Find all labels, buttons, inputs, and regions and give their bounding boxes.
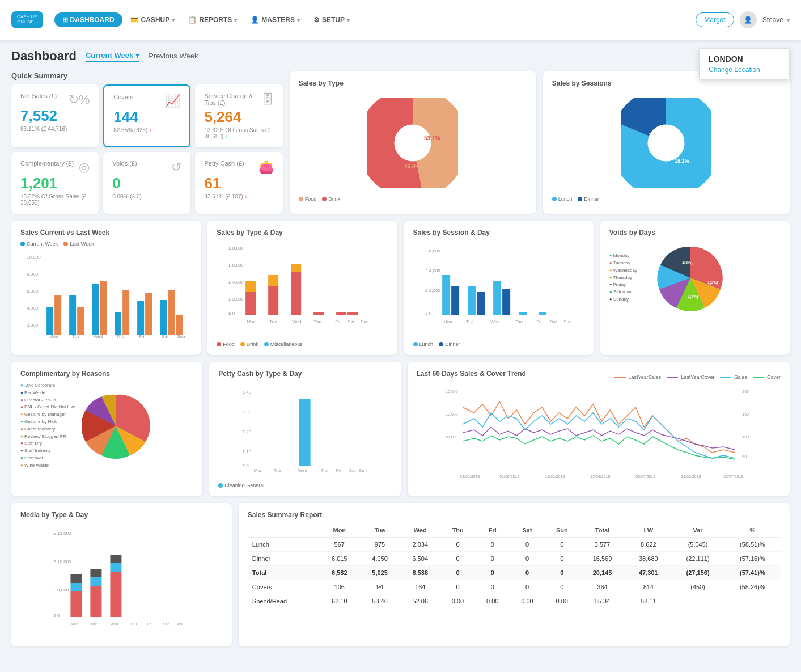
covers-trend: ↓ [149, 127, 152, 133]
svg-text:Wed: Wed [292, 319, 301, 324]
svg-rect-41 [268, 275, 278, 286]
svg-text:Mon: Mon [443, 319, 452, 324]
col-pct: % [724, 523, 781, 538]
svg-text:22/06/2018: 22/06/2018 [590, 475, 610, 479]
voids-card: Voids (£) ↺ 0 0.00% (£ 0) ↑ [103, 152, 190, 214]
svg-text:Tue: Tue [72, 334, 80, 339]
cashup-chevron: ▾ [172, 17, 175, 23]
col-thu: Thu [440, 523, 475, 538]
dashboard-nav-btn[interactable]: ⊞ DASHBOARD [54, 12, 122, 27]
reports-nav-item[interactable]: 📋 REPORTS ▾ [183, 12, 243, 27]
svg-text:Tue: Tue [90, 622, 97, 626]
svg-text:18.2%: 18.2% [675, 158, 689, 164]
svg-rect-59 [451, 286, 459, 315]
header-right: Margot 👤 Steave ▾ LONDON Change Location [696, 11, 790, 28]
session-day-legend: Lunch Dinner [413, 341, 584, 347]
svg-rect-14 [54, 295, 61, 335]
previous-week-tab[interactable]: Previous Week [149, 52, 198, 61]
voids-sub: 0.00% (£ 0) ↑ [112, 193, 181, 200]
complementary-sub: 13.62% Of Gross Sales (£ 38,653) ↑ [20, 193, 90, 206]
svg-text:Wed: Wed [298, 468, 307, 473]
svg-text:12/07/2018: 12/07/2018 [681, 475, 701, 479]
svg-text:£ 2,000: £ 2,000 [425, 288, 440, 293]
setup-nav-item[interactable]: ⚙ SETUP ▾ [308, 12, 355, 27]
nav-menu: ⊞ DASHBOARD 💳 CASHUP ▾ 📋 REPORTS ▾ 👤 MAS… [54, 12, 696, 27]
reports-chevron: ▾ [234, 17, 237, 23]
complementary-icon: ◎ [79, 160, 90, 175]
user-avatar-icon: 👤 [740, 11, 757, 28]
svg-text:£ 0: £ 0 [243, 463, 249, 468]
margot-button[interactable]: Margot [696, 12, 734, 27]
svg-text:£ 4,000: £ 4,000 [228, 280, 244, 285]
page-title: Dashboard [11, 49, 77, 64]
svg-rect-24 [168, 290, 175, 335]
col-fri: Fri [475, 523, 510, 538]
sales-by-sessions-title: Sales by Sessions [552, 79, 781, 87]
svg-text:Fri: Fri [336, 468, 342, 473]
svg-text:Mon: Mon [49, 334, 58, 339]
petty-icon: 👛 [258, 160, 274, 175]
masters-nav-item[interactable]: 👤 MASTERS ▾ [245, 12, 306, 27]
col-sat: Sat [510, 523, 544, 538]
svg-text:5,000: 5,000 [446, 435, 456, 439]
svg-rect-65 [539, 312, 546, 315]
quick-summary-title: Quick Summary [11, 71, 283, 80]
voids-icon: ↺ [171, 160, 181, 175]
svg-text:Sat: Sat [550, 319, 557, 324]
sales-by-session-day-card: Sales by Session & Day £ 6,000 £ 4,000 £… [404, 221, 594, 355]
voids-value: 0 [112, 175, 181, 192]
svg-rect-23 [160, 300, 167, 335]
logo-line2: ONLINE [17, 20, 37, 25]
svg-text:Wed: Wed [94, 334, 103, 339]
svg-rect-16 [77, 307, 84, 335]
svg-text:Sat: Sat [162, 334, 169, 339]
covers-card: Covers 📈 144 82.55% (825) ↓ [103, 84, 190, 147]
svg-text:4,000: 4,000 [27, 306, 39, 311]
media-title: Media by Type & Day [20, 511, 223, 519]
sales-summary-title: Sales Summary Report [248, 511, 781, 519]
svg-rect-19 [115, 312, 121, 335]
current-week-chevron: ▾ [135, 51, 139, 60]
svg-rect-62 [493, 281, 501, 315]
svg-rect-39 [245, 281, 256, 292]
change-location-link[interactable]: Change Location [709, 66, 780, 74]
net-sales-card: Net Sales (£) ↻% 7,552 83.11% (£ 44,716)… [11, 84, 99, 147]
net-sales-icon: ↻% [69, 92, 90, 107]
user-area[interactable]: Steave ▾ [762, 16, 790, 24]
svg-text:Fri: Fri [139, 334, 145, 339]
location-name: LONDON [709, 54, 780, 64]
svg-text:01/06/2018: 01/06/2018 [499, 475, 519, 479]
petty-legend: Cleaning General [218, 483, 391, 488]
user-chevron: ▾ [787, 17, 790, 23]
svg-rect-116 [110, 563, 121, 572]
svg-rect-109 [70, 591, 82, 617]
svg-text:Thu: Thu [313, 319, 321, 324]
svg-text:Mon: Mon [254, 468, 263, 473]
header: CASH UP ONLINE ⊞ DASHBOARD 💳 CASHUP ▾ 📋 … [0, 0, 801, 40]
col-label [248, 523, 319, 538]
quick-summary-section: Quick Summary Net Sales (£) ↻% 7,552 83.… [11, 71, 283, 214]
current-week-tab[interactable]: Current Week ▾ [86, 51, 139, 62]
complementary-title: Complementary (£) [20, 160, 74, 167]
sales-type-legend: Food Drink [299, 196, 527, 202]
sales-by-sessions-card: Sales by Sessions 81.1% 18.2% Lunch Dinn… [543, 71, 790, 214]
cashup-nav-item[interactable]: 💳 CASHUP ▾ [125, 12, 181, 27]
svg-rect-113 [90, 577, 101, 586]
svg-text:6,000: 6,000 [27, 289, 39, 294]
complimentary-card: Complimentary by Reasons ● 10% Corporate… [11, 362, 202, 496]
net-sales-value: 7,552 [20, 107, 90, 125]
svg-text:Tue: Tue [269, 319, 277, 324]
svg-text:10,000: 10,000 [27, 255, 41, 260]
svg-rect-111 [70, 574, 82, 583]
svg-rect-40 [268, 286, 278, 315]
svg-rect-115 [110, 572, 121, 617]
logo: CASH UP ONLINE [11, 11, 43, 28]
page-title-row: Dashboard Current Week ▾ Previous Week [11, 49, 790, 64]
svg-text:22/07/2018: 22/07/2018 [723, 475, 743, 479]
col-lw: LW [625, 523, 671, 538]
svg-text:Sun: Sun [359, 468, 367, 473]
svg-text:03/07/2018: 03/07/2018 [635, 475, 655, 479]
svg-rect-15 [69, 295, 76, 335]
svg-text:Tue: Tue [466, 319, 474, 324]
svg-text:Sat: Sat [349, 468, 357, 473]
